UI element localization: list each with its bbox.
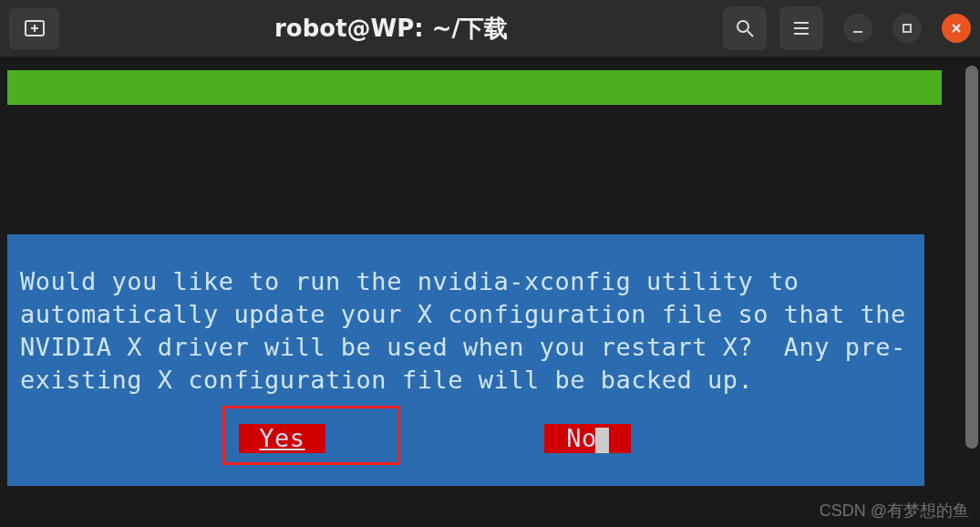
- svg-line-4: [748, 31, 753, 36]
- window-titlebar: robot@WP: ~/下载: [0, 0, 980, 57]
- terminal-content: Would you like to run the nvidia-xconfig…: [0, 57, 980, 527]
- minimize-button[interactable]: [843, 14, 872, 43]
- vertical-scrollbar[interactable]: [964, 57, 980, 527]
- search-button[interactable]: [723, 6, 767, 50]
- scrollbar-thumb[interactable]: [965, 66, 978, 449]
- yes-button[interactable]: Yes: [239, 424, 325, 453]
- maximize-button[interactable]: [892, 14, 922, 43]
- progress-bar: [7, 70, 942, 105]
- new-tab-button[interactable]: [9, 8, 59, 49]
- dialog-message: Would you like to run the nvidia-xconfig…: [20, 265, 912, 397]
- text-cursor: [595, 428, 609, 453]
- close-button[interactable]: [942, 14, 971, 43]
- menu-button[interactable]: [779, 6, 823, 50]
- close-icon: [950, 22, 963, 35]
- titlebar-controls: [723, 6, 971, 50]
- new-tab-icon: [23, 18, 46, 38]
- yes-button-wrap: Yes: [239, 422, 325, 455]
- window-title: robot@WP: ~/下载: [59, 13, 723, 45]
- watermark-text: CSDN @有梦想的鱼: [820, 500, 969, 522]
- maximize-icon: [902, 23, 913, 34]
- svg-rect-9: [903, 25, 911, 32]
- no-button[interactable]: No: [544, 424, 631, 453]
- dialog-button-row: Yes No: [20, 422, 912, 455]
- no-button-label: No: [566, 424, 597, 452]
- search-icon: [735, 18, 755, 38]
- nvidia-xconfig-dialog: Would you like to run the nvidia-xconfig…: [7, 234, 924, 486]
- hamburger-icon: [792, 21, 810, 36]
- svg-point-3: [738, 21, 748, 32]
- minimize-icon: [851, 22, 864, 35]
